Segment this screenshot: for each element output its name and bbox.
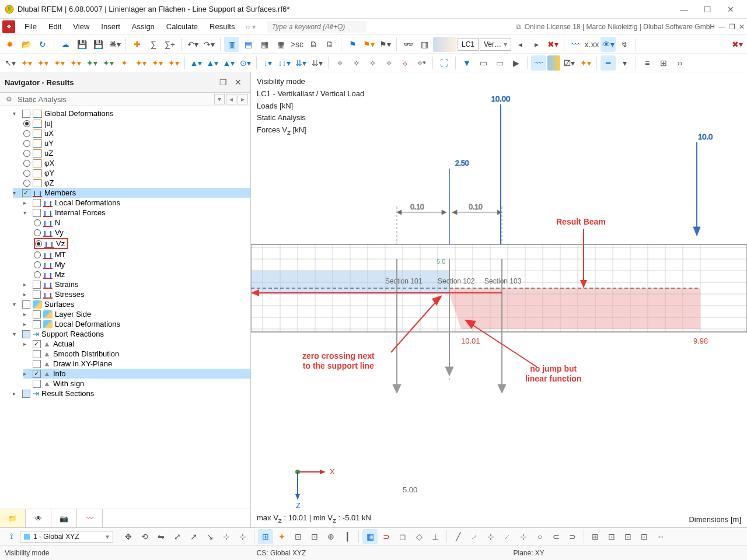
tree-strains[interactable]: ▸Strains: [23, 279, 250, 289]
nav-tab-data[interactable]: 📁: [0, 509, 26, 527]
line-style-icon[interactable]: ━: [601, 55, 616, 71]
members-grid-icon[interactable]: ⊞: [656, 55, 671, 71]
star-line-icon[interactable]: ✦▾: [35, 55, 50, 71]
support-line-icon[interactable]: ▲▾: [205, 55, 220, 71]
tree-phix[interactable]: φX: [23, 158, 250, 168]
loadcase-selector[interactable]: LC1: [458, 38, 479, 51]
inner-minimize-icon[interactable]: —: [718, 23, 725, 31]
render-die-icon[interactable]: ⚂▾: [561, 55, 577, 71]
bt-ext1-icon[interactable]: ↗: [186, 529, 201, 544]
star-lcase-icon[interactable]: ✦▾: [133, 55, 148, 71]
bt-div1-icon[interactable]: ⊹: [219, 529, 234, 544]
bt-guide-icon[interactable]: ┃: [340, 529, 355, 544]
coord-system-select[interactable]: 1 - Global XYZ ▾: [20, 531, 113, 542]
undo-icon[interactable]: ↶▾: [185, 37, 200, 52]
bt-div2-icon[interactable]: ⊹: [235, 529, 250, 544]
tree-uz[interactable]: uZ: [23, 148, 250, 158]
open-icon[interactable]: 📂: [19, 37, 34, 52]
print-icon[interactable]: 🖶▾: [107, 37, 122, 52]
save-icon[interactable]: 💾: [74, 37, 89, 52]
load-free-icon[interactable]: ⇊▾: [309, 55, 324, 71]
panel-right-icon[interactable]: ▤: [240, 37, 256, 52]
table-icon[interactable]: ▦: [257, 37, 272, 52]
maximize-button[interactable]: ☐: [696, 5, 719, 14]
render3-icon[interactable]: ✦▾: [578, 55, 593, 71]
tree-sign[interactable]: ▲With sign: [23, 379, 250, 388]
view-mark-icon[interactable]: ▥: [417, 37, 432, 52]
calc-icon[interactable]: ∑: [146, 37, 161, 52]
navigator-close-icon[interactable]: ✕: [231, 75, 246, 90]
view-full-icon[interactable]: ⛶: [437, 55, 452, 71]
lc-delete-icon[interactable]: ✖▾: [545, 37, 560, 52]
menu-insert[interactable]: Insert: [95, 20, 126, 33]
hinge-icon[interactable]: ⊙▾: [238, 55, 253, 71]
bt-l6-icon[interactable]: ○: [532, 529, 547, 544]
window-icon[interactable]: ▭: [476, 55, 491, 71]
results-clear-icon[interactable]: ↯: [617, 37, 632, 52]
bt-l8-icon[interactable]: ⊃: [565, 529, 580, 544]
tree-phiy[interactable]: φY: [23, 168, 250, 178]
bt-scale-icon[interactable]: ⤢: [170, 529, 185, 544]
menu-edit[interactable]: Edit: [43, 20, 67, 33]
tree-surfaces[interactable]: ▾Surfaces: [13, 299, 250, 309]
refresh-icon[interactable]: ↻: [35, 37, 50, 52]
bt-l2-icon[interactable]: ⟋: [467, 529, 482, 544]
bt-ext2-icon[interactable]: ↘: [203, 529, 218, 544]
grid-icon[interactable]: ▦: [273, 37, 288, 52]
bt-osnap-icon[interactable]: ▦: [362, 529, 378, 544]
analysis-dropdown-icon[interactable]: ▾: [214, 94, 225, 104]
tree-stresses[interactable]: ▸Stresses: [23, 289, 250, 299]
load-point-icon[interactable]: ↓▾: [260, 55, 275, 71]
support-node-icon[interactable]: ▲▾: [189, 55, 204, 71]
nav-tab-display[interactable]: 👁: [26, 509, 51, 527]
bt-mid-icon[interactable]: ◇: [411, 529, 427, 544]
bt-snap2-icon[interactable]: ⊡: [291, 529, 306, 544]
save-all-icon[interactable]: 💾: [90, 37, 106, 52]
model-viewport[interactable]: Visibility mode LC1 - Vertikallast / Ver…: [251, 72, 747, 527]
new-icon[interactable]: ✸: [2, 37, 18, 52]
proj-xz-icon[interactable]: ⟡: [365, 55, 380, 71]
doc-icon[interactable]: 🗎: [306, 37, 321, 52]
tree-mt[interactable]: MT: [34, 250, 250, 260]
tree-ux[interactable]: uX: [23, 128, 250, 138]
star-node-icon[interactable]: ✦▾: [19, 55, 34, 71]
view-color-icon[interactable]: [433, 37, 456, 52]
proj-iso-icon[interactable]: ⟡: [332, 55, 347, 71]
bt-l5-icon[interactable]: ⊹: [516, 529, 531, 544]
inner-restore-icon[interactable]: ❐: [729, 23, 735, 31]
doc2-icon[interactable]: 🗎: [322, 37, 337, 52]
panel-toggle-icon[interactable]: ⧉: [516, 23, 521, 31]
tree-my[interactable]: My: [34, 260, 250, 270]
analysis-prev-icon[interactable]: ◂: [226, 94, 236, 104]
select-mode-icon[interactable]: ▭: [492, 55, 507, 71]
cs-icon[interactable]: ⟟: [4, 529, 19, 544]
proj-yz-icon[interactable]: ⟡: [381, 55, 396, 71]
tree-info[interactable]: ▸▲Info: [23, 369, 250, 379]
bt-move-icon[interactable]: ✥: [121, 529, 136, 544]
bt-perp-icon[interactable]: ⊥: [428, 529, 443, 544]
bt-g1-icon[interactable]: ⊞: [588, 529, 603, 544]
redo-icon[interactable]: ↷▾: [201, 37, 217, 52]
copy-calc-icon[interactable]: ∑+: [162, 37, 177, 52]
tree-vz[interactable]: Vz: [34, 237, 250, 250]
inner-close-icon[interactable]: ✕: [739, 23, 745, 31]
star-surface-icon[interactable]: ✦▾: [68, 55, 83, 71]
tree-smooth[interactable]: ▲Smooth Distribution: [23, 349, 250, 359]
star-solid-icon[interactable]: ✦▾: [100, 55, 116, 71]
bt-g5-icon[interactable]: ↔: [653, 529, 668, 544]
render1-icon[interactable]: 〰: [531, 55, 546, 71]
flag2-icon[interactable]: ⚑▾: [361, 37, 376, 52]
tree-result-sections[interactable]: ▸⇥Result Sections: [13, 388, 250, 398]
nav-tab-results[interactable]: 〰: [77, 509, 103, 527]
tree-internal-forces[interactable]: ▾Internal Forces: [23, 208, 250, 218]
tree-global-deformations[interactable]: ▾Global Deformations: [13, 108, 250, 118]
tree-local-deformations[interactable]: ▸Local Deformations: [23, 198, 250, 208]
proj-persp-icon[interactable]: ⟐: [397, 55, 413, 71]
tree-uy[interactable]: uY: [23, 138, 250, 148]
star-open-icon[interactable]: ✦▾: [84, 55, 99, 71]
results-values-icon[interactable]: x.xx: [584, 37, 599, 52]
bt-l7-icon[interactable]: ⊂: [549, 529, 564, 544]
bt-g3-icon[interactable]: ⊡: [620, 529, 636, 544]
play-icon[interactable]: ▶: [508, 55, 523, 71]
proj-more-icon[interactable]: ⟡▾: [414, 55, 429, 71]
